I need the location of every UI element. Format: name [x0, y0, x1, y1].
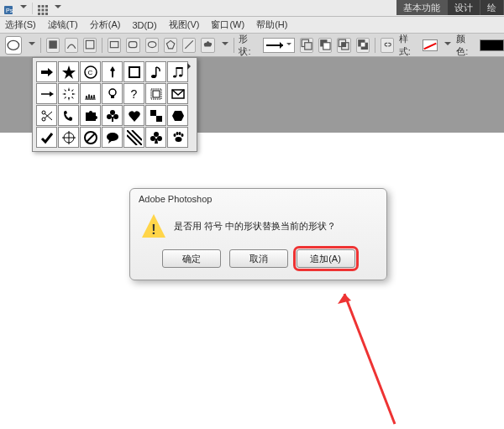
tab-paint[interactable]: 绘 — [480, 0, 504, 15]
svg-point-82 — [176, 132, 178, 135]
app-menu-trigger[interactable] — [20, 5, 27, 12]
svg-line-18 — [185, 41, 192, 49]
shape-club[interactable] — [145, 127, 166, 148]
color-swatch[interactable] — [480, 39, 504, 51]
ok-button[interactable]: 确定 — [162, 249, 221, 268]
mode-path[interactable] — [65, 38, 78, 53]
menu-view[interactable]: 视图(V) — [169, 18, 200, 31]
svg-point-61 — [107, 114, 112, 119]
style-dropdown[interactable] — [444, 42, 451, 49]
style-swatch[interactable] — [423, 39, 438, 51]
shape-ellipse[interactable] — [145, 38, 159, 53]
shape-crosshair[interactable] — [58, 127, 79, 148]
color-label: 颜色: — [456, 33, 475, 58]
shape-options-trigger[interactable] — [222, 42, 228, 49]
svg-rect-3 — [42, 5, 45, 8]
shape-line[interactable] — [182, 38, 196, 53]
current-tool-swatch[interactable] — [5, 36, 22, 55]
shape-puzzle[interactable] — [80, 105, 101, 126]
shape-beamed-notes[interactable] — [167, 61, 188, 82]
menu-window[interactable]: 窗口(W) — [211, 18, 244, 31]
svg-marker-47 — [64, 89, 66, 92]
shape-polygon[interactable] — [164, 38, 177, 53]
shape-stamp[interactable] — [145, 83, 166, 104]
pathop-add[interactable] — [300, 38, 313, 53]
svg-rect-8 — [38, 13, 40, 15]
shape-arrow-right[interactable] — [36, 61, 57, 82]
shape-label: 形状: — [239, 33, 257, 58]
shape-stripes[interactable] — [123, 127, 144, 148]
shape-square-outline[interactable] — [123, 61, 144, 82]
shape-pin[interactable] — [102, 61, 123, 82]
grid-icon[interactable] — [38, 3, 48, 13]
svg-rect-9 — [42, 13, 45, 15]
shape-burst[interactable] — [58, 83, 79, 104]
pathop-intersect[interactable] — [337, 38, 350, 53]
svg-marker-48 — [71, 97, 74, 99]
svg-point-62 — [113, 114, 118, 119]
shape-speechbubble[interactable] — [102, 127, 123, 148]
document-canvas[interactable] — [0, 133, 504, 429]
shape-phone[interactable] — [58, 105, 79, 126]
shape-checker[interactable] — [145, 105, 166, 126]
title-strip: Ps 基本功能 设计 绘 — [0, 0, 504, 17]
svg-marker-66 — [172, 111, 184, 121]
svg-marker-46 — [72, 93, 76, 95]
shape-picker[interactable] — [263, 38, 295, 53]
link-icon[interactable] — [381, 38, 394, 53]
mode-fill-pixels[interactable] — [83, 38, 97, 53]
svg-rect-65 — [156, 116, 162, 122]
shape-clover[interactable] — [102, 105, 123, 126]
tab-design[interactable]: 设计 — [448, 0, 480, 15]
svg-rect-5 — [38, 8, 40, 11]
shape-copyright[interactable]: C — [80, 61, 101, 82]
shape-question[interactable]: ? — [123, 83, 144, 104]
menu-bar: 选择(S) 滤镜(T) 分析(A) 3D(D) 视图(V) 窗口(W) 帮助(H… — [0, 17, 504, 34]
menu-help[interactable]: 帮助(H) — [256, 18, 287, 31]
svg-marker-29 — [41, 68, 53, 76]
svg-point-16 — [148, 42, 155, 48]
menu-analysis[interactable]: 分析(A) — [90, 18, 121, 31]
shape-nosign[interactable] — [80, 127, 101, 148]
pathop-subtract[interactable] — [318, 38, 332, 53]
append-button[interactable]: 追加(A) — [297, 249, 355, 268]
svg-rect-33 — [129, 67, 139, 77]
shape-eighth-note[interactable] — [145, 61, 166, 82]
svg-rect-20 — [305, 43, 312, 50]
tab-basic[interactable]: 基本功能 — [396, 0, 448, 15]
svg-rect-63 — [112, 117, 113, 122]
palette-flyout-trigger[interactable] — [187, 63, 194, 70]
svg-rect-15 — [129, 42, 137, 48]
shape-lightbulb[interactable] — [102, 83, 123, 104]
pathop-exclude[interactable] — [356, 38, 370, 53]
svg-line-71 — [87, 133, 95, 142]
shape-paw[interactable] — [167, 127, 188, 148]
mode-shape-layer[interactable] — [46, 38, 60, 53]
tool-dropdown[interactable] — [29, 42, 35, 49]
grid-menu-trigger[interactable] — [55, 5, 61, 12]
svg-marker-44 — [68, 97, 70, 101]
shape-custom[interactable] — [201, 38, 214, 53]
shape-star-solid[interactable] — [58, 61, 79, 82]
svg-text:Ps: Ps — [6, 8, 13, 13]
svg-rect-22 — [323, 43, 330, 50]
shape-grass[interactable] — [80, 83, 101, 104]
svg-rect-64 — [150, 110, 156, 116]
menu-select[interactable]: 选择(S) — [5, 18, 36, 31]
svg-point-37 — [179, 74, 182, 76]
menu-3d[interactable]: 3D(D) — [132, 20, 156, 30]
shape-rect[interactable] — [108, 38, 121, 53]
svg-rect-40 — [176, 67, 182, 69]
shape-check[interactable] — [36, 127, 57, 148]
svg-rect-52 — [111, 96, 114, 98]
shape-hexagon[interactable] — [167, 105, 188, 126]
menu-filter[interactable]: 滤镜(T) — [48, 18, 78, 31]
shape-arrow-thin[interactable] — [36, 83, 57, 104]
cancel-button[interactable]: 取消 — [229, 249, 288, 268]
shape-roundrect[interactable] — [126, 38, 139, 53]
shape-heart[interactable] — [123, 105, 144, 126]
shape-scissors[interactable] — [36, 105, 57, 126]
svg-rect-2 — [38, 5, 40, 8]
svg-point-85 — [175, 137, 181, 142]
shape-envelope[interactable] — [167, 83, 188, 104]
